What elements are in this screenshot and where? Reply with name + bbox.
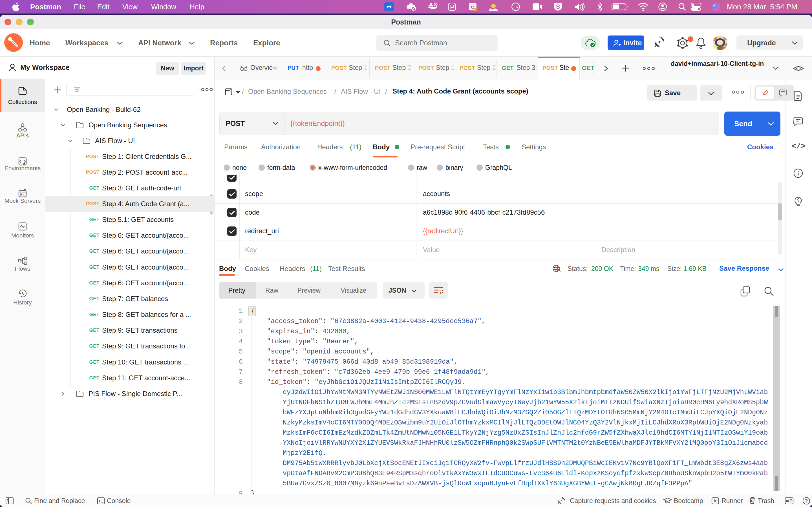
svg-text:S: S [556, 3, 560, 10]
svg-text:e: e [471, 3, 474, 10]
svg-text:?: ? [805, 498, 808, 504]
